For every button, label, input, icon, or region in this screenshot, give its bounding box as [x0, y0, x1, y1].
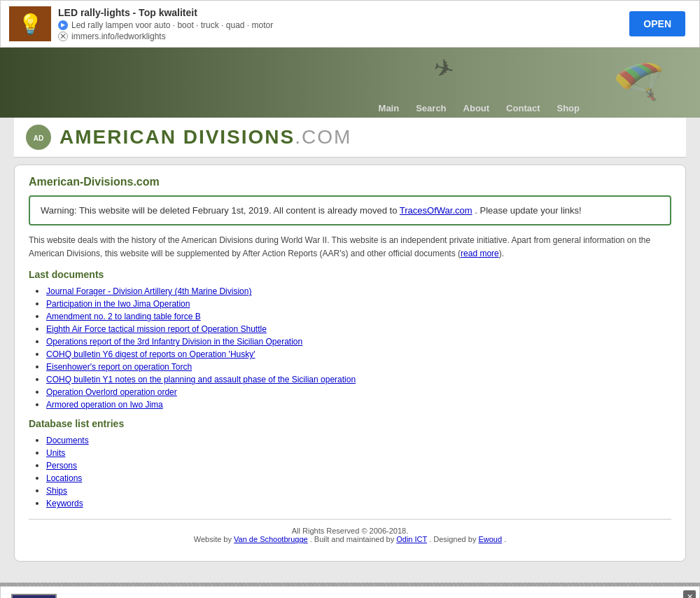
- footer-copyright: All Rights Reserved © 2006-2018.: [36, 527, 664, 535]
- last-documents-heading: Last documents: [29, 269, 671, 280]
- doc-link-6[interactable]: COHQ bulletin Y6 digest of reports on Op…: [46, 349, 255, 359]
- nav-search[interactable]: Search: [407, 99, 454, 118]
- top-ad-title: LED rally-lights - Top kwaliteit: [58, 7, 622, 18]
- top-ad-banner: 💡 LED rally-lights - Top kwaliteit ▶ Led…: [0, 0, 700, 48]
- db-link-keywords[interactable]: Keywords: [46, 499, 83, 508]
- list-item: COHQ bulletin Y1 notes on the planning a…: [46, 374, 671, 384]
- list-item: COHQ bulletin Y6 digest of reports on Op…: [46, 349, 671, 359]
- doc-link-4[interactable]: Eighth Air Force tactical mission report…: [46, 324, 267, 334]
- db-link-units[interactable]: Units: [46, 448, 65, 458]
- doc-link-5[interactable]: Operations report of the 3rd Infantry Di…: [46, 337, 302, 347]
- site-title-com: .com: [295, 126, 351, 148]
- list-item: Eisenhower's report on operation Torch: [46, 361, 671, 372]
- content-wrapper: AD AMERICAN DIVISIONS.com American-Divis…: [0, 118, 700, 583]
- top-ad-line2: ✕ immers.info/ledworklights: [58, 32, 622, 41]
- documents-list: Journal Forager - Division Artillery (4t…: [29, 286, 671, 410]
- db-link-locations[interactable]: Locations: [46, 473, 82, 483]
- list-item: Locations: [46, 473, 671, 483]
- footer-ewoud-link[interactable]: Ewoud: [478, 535, 502, 543]
- doc-link-1[interactable]: Journal Forager - Division Artillery (4t…: [46, 286, 251, 296]
- main-content-box: American-Divisions.com Warning: This web…: [14, 165, 686, 562]
- site-logo: AD: [24, 123, 52, 151]
- list-item: Documents: [46, 435, 671, 445]
- main-nav: Main Search About Contact Shop: [370, 99, 588, 118]
- list-item: Units: [46, 447, 671, 458]
- warning-text-before: Warning: This website will be deleted Fe…: [41, 205, 397, 216]
- bottom-ad-banner: THE LAST ROLL CALL Last Roll Call, the b…: [0, 586, 700, 598]
- list-item: Participation in the Iwo Jima Operation: [46, 298, 671, 309]
- bottom-ad-book-cover: THE LAST ROLL CALL: [11, 594, 57, 598]
- site-title-main: AMERICAN DIVISIONS: [59, 126, 295, 148]
- list-item: Keywords: [46, 498, 671, 508]
- site-title-bar: AD AMERICAN DIVISIONS.com: [14, 118, 686, 158]
- warning-link[interactable]: TracesOfWar.com: [400, 205, 472, 216]
- list-item: Operations report of the 3rd Infantry Di…: [46, 336, 671, 347]
- db-link-documents[interactable]: Documents: [46, 436, 89, 445]
- footer: All Rights Reserved © 2006-2018. Website…: [29, 519, 671, 550]
- top-ad-image: 💡: [9, 6, 51, 41]
- list-item: Operation Overlord operation order: [46, 387, 671, 397]
- doc-link-10[interactable]: Armored operation on Iwo Jima: [46, 400, 163, 410]
- page-heading: American-Divisions.com: [29, 176, 671, 188]
- nav-main[interactable]: Main: [370, 99, 408, 118]
- footer-author-link[interactable]: Van de Schootbrugge: [234, 535, 308, 543]
- ad-open-button[interactable]: OPEN: [629, 11, 685, 36]
- list-item: Eighth Air Force tactical mission report…: [46, 324, 671, 334]
- list-item: Ships: [46, 485, 671, 496]
- read-more-link[interactable]: read more: [461, 249, 499, 258]
- footer-odin-link[interactable]: Odin ICT: [396, 535, 427, 543]
- bottom-ad-close-button[interactable]: ✕: [683, 590, 696, 598]
- plane-icon: ✈: [430, 53, 457, 85]
- warning-box: Warning: This website will be deleted Fe…: [29, 195, 671, 225]
- doc-link-9[interactable]: Operation Overlord operation order: [46, 387, 177, 397]
- nav-contact[interactable]: Contact: [498, 99, 548, 118]
- db-link-persons[interactable]: Persons: [46, 461, 77, 471]
- list-item: Amendment no. 2 to landing table force B: [46, 311, 671, 321]
- doc-link-2[interactable]: Participation in the Iwo Jima Operation: [46, 299, 190, 309]
- play-icon: ▶: [58, 20, 68, 30]
- list-item: Persons: [46, 460, 671, 471]
- soldier-silhouette: 🪂: [612, 58, 665, 108]
- db-link-ships[interactable]: Ships: [46, 486, 67, 496]
- warning-text-after: . Please update your links!: [475, 205, 581, 216]
- nav-shop[interactable]: Shop: [549, 99, 589, 118]
- svg-text:AD: AD: [34, 134, 43, 142]
- header-area: ✈ 🪂 Main Search About Contact Shop: [0, 48, 700, 118]
- site-description: This website deals with the history of t…: [29, 234, 671, 260]
- top-ad-content: LED rally-lights - Top kwaliteit ▶ Led r…: [58, 7, 622, 41]
- doc-link-7[interactable]: Eisenhower's report on operation Torch: [46, 362, 192, 372]
- list-item: Armored operation on Iwo Jima: [46, 399, 671, 410]
- site-title: AMERICAN DIVISIONS.com: [59, 126, 351, 148]
- database-list: Documents Units Persons Locations Ships …: [29, 435, 671, 508]
- database-heading: Database list entries: [29, 418, 671, 429]
- top-ad-line1: ▶ Led rally lampen voor auto · boot · tr…: [58, 20, 622, 30]
- footer-credits: Website by Van de Schootbrugge . Built a…: [36, 535, 664, 543]
- doc-link-8[interactable]: COHQ bulletin Y1 notes on the planning a…: [46, 375, 356, 384]
- doc-link-3[interactable]: Amendment no. 2 to landing table force B: [46, 312, 201, 321]
- close-x-icon[interactable]: ✕: [58, 32, 68, 41]
- nav-about[interactable]: About: [455, 99, 498, 118]
- list-item: Journal Forager - Division Artillery (4t…: [46, 286, 671, 296]
